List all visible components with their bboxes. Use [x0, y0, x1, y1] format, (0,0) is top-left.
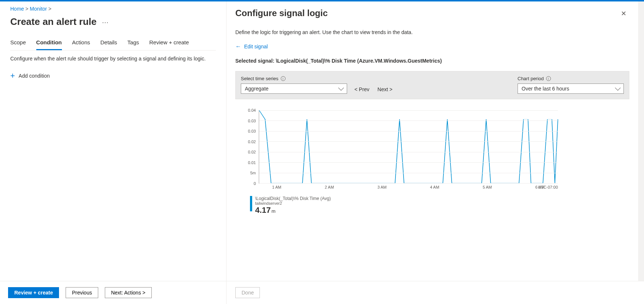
back-arrow-icon: ←: [235, 43, 241, 50]
y-tick: 5m: [241, 171, 256, 175]
tab-condition[interactable]: Condition: [36, 37, 62, 50]
y-tick: 0.03: [241, 129, 256, 133]
tab-actions[interactable]: Actions: [72, 37, 90, 50]
tab-review[interactable]: Review + create: [149, 37, 189, 50]
page-title: Create an alert rule: [10, 16, 97, 27]
done-button[interactable]: Done: [235, 287, 260, 298]
x-tick: 4 AM: [430, 185, 439, 189]
review-create-button[interactable]: Review + create: [8, 287, 59, 298]
x-tick: 3 AM: [378, 185, 387, 189]
next-actions-button[interactable]: Next: Actions >: [105, 287, 152, 298]
x-timezone: UTC-07:00: [538, 185, 558, 189]
legend-resource: tailwindserver2: [255, 201, 331, 205]
condition-description: Configure when the alert rule should tri…: [10, 56, 216, 62]
previous-button[interactable]: Previous: [66, 287, 98, 298]
y-tick: 0.04: [241, 108, 256, 112]
time-series-label: Select time series i: [241, 76, 347, 81]
signal-chart: 05m0.010.020.020.030.030.04 1 AM2 AM3 AM…: [235, 110, 629, 215]
x-tick: 5 AM: [483, 185, 492, 189]
tabs-bar: Scope Condition Actions Details Tags Rev…: [10, 37, 216, 51]
add-condition-button[interactable]: + Add condition: [10, 72, 50, 80]
tab-details[interactable]: Details: [100, 37, 117, 50]
tab-tags[interactable]: Tags: [128, 37, 139, 50]
breadcrumb-monitor[interactable]: Monitor: [30, 6, 47, 12]
chart-period-label: Chart period i: [518, 76, 624, 81]
y-tick: 0: [241, 181, 256, 186]
time-series-select[interactable]: Aggregate: [241, 84, 347, 94]
prev-series-button[interactable]: < Prev: [354, 86, 369, 92]
y-tick: 0.02: [241, 140, 256, 144]
x-tick: 2 AM: [325, 185, 334, 189]
breadcrumb: Home > Monitor >: [10, 6, 216, 12]
plus-icon: +: [10, 72, 15, 80]
add-condition-label: Add condition: [19, 73, 50, 79]
info-icon[interactable]: i: [281, 76, 286, 81]
left-footer: Review + create Previous Next: Actions >: [0, 281, 226, 304]
x-tick: 1 AM: [272, 185, 281, 189]
close-icon[interactable]: ✕: [618, 8, 629, 19]
legend-value: 4.17m: [255, 205, 331, 215]
breadcrumb-home[interactable]: Home: [10, 6, 24, 12]
next-series-button[interactable]: Next >: [378, 86, 393, 92]
tab-scope[interactable]: Scope: [10, 37, 26, 50]
right-footer: Done: [227, 281, 644, 304]
selected-signal-label: Selected signal:: [235, 58, 275, 64]
legend-metric: \LogicalDisk(_Total)\% Disk Time (Avg): [255, 196, 331, 201]
blade-title: Configure signal logic: [235, 8, 328, 18]
selected-signal-value: \LogicalDisk(_Total)\% Disk Time (Azure.…: [276, 58, 442, 64]
y-tick: 0.02: [241, 150, 256, 154]
chart-controls: Select time series i Aggregate < Prev Ne…: [235, 71, 629, 99]
edit-signal-label: Edit signal: [244, 44, 268, 49]
y-tick: 0.03: [241, 119, 256, 123]
blade-description: Define the logic for triggering an alert…: [235, 29, 629, 35]
edit-signal-link[interactable]: ← Edit signal: [235, 43, 268, 50]
info-icon[interactable]: i: [546, 76, 551, 81]
chart-period-select[interactable]: Over the last 6 hours: [518, 84, 624, 94]
chart-legend: \LogicalDisk(_Total)\% Disk Time (Avg) t…: [243, 196, 629, 215]
legend-color-swatch: [250, 196, 252, 211]
selected-signal: Selected signal: \LogicalDisk(_Total)\% …: [235, 58, 629, 64]
more-icon[interactable]: ⋯: [102, 19, 108, 26]
y-tick: 0.01: [241, 160, 256, 165]
